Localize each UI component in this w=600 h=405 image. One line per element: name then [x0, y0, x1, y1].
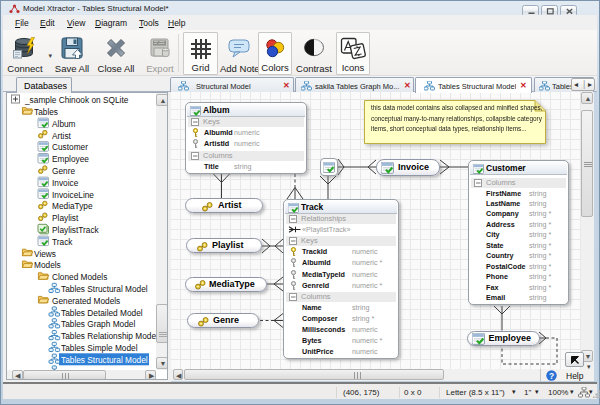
svg-text:Customer: Customer: [52, 142, 88, 152]
svg-text:Tables: Tables: [34, 107, 58, 117]
svg-text:Album: Album: [52, 119, 76, 129]
svg-text:Track: Track: [52, 237, 73, 247]
svg-text:Tables Structural Model: Tables Structural Model: [61, 284, 148, 294]
svg-text:Cloned Models: Cloned Models: [52, 272, 107, 282]
svg-text:Tables Graph Model: Tables Graph Model: [61, 319, 135, 329]
svg-text:Invoice: Invoice: [52, 178, 79, 188]
svg-text:Playlist: Playlist: [52, 213, 79, 223]
svg-text:Views: Views: [34, 249, 56, 259]
svg-text:_sample Chinook on SQLite: _sample Chinook on SQLite: [24, 95, 129, 105]
svg-text:Employee: Employee: [52, 154, 89, 164]
svg-text:Genre: Genre: [52, 166, 75, 176]
svg-text:Models: Models: [34, 260, 61, 270]
svg-text:PlaylistTrack: PlaylistTrack: [52, 225, 100, 235]
svg-text:Tables Relationship Model: Tables Relationship Model: [61, 331, 157, 341]
svg-text:InvoiceLine: InvoiceLine: [52, 190, 94, 200]
svg-text:Tables Simple Model: Tables Simple Model: [61, 343, 138, 353]
svg-text:MediaType: MediaType: [52, 201, 93, 211]
svg-text:Artist: Artist: [52, 131, 72, 141]
svg-text:Tables Detailed Model: Tables Detailed Model: [61, 308, 143, 318]
svg-text:Tables Structural Model: Tables Structural Model: [61, 355, 148, 365]
svg-text:Generated Models: Generated Models: [52, 296, 120, 306]
svg-text:?: ?: [549, 371, 554, 381]
